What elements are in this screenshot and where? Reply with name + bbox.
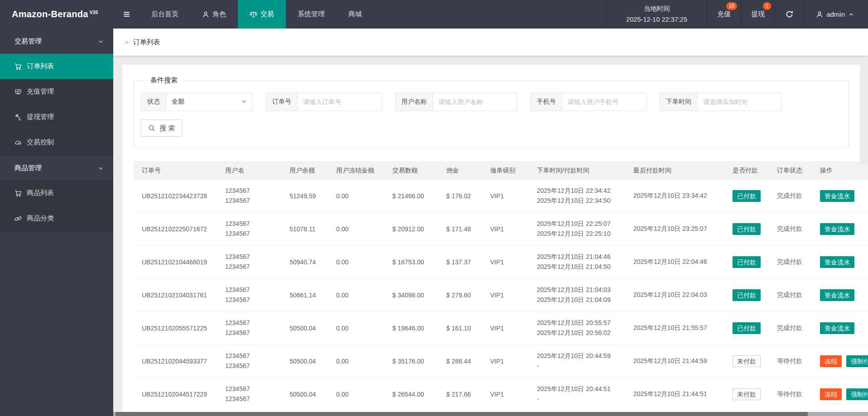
sidebar-group-label: 交易管理 xyxy=(14,37,42,46)
fund-flow-button[interactable]: 资金流水 xyxy=(820,190,854,202)
order-time-filter-group: 下单时间 xyxy=(660,93,782,111)
status-filter-group: 状态 全部 xyxy=(141,93,253,111)
cell-trade-amount: $ 21466.00 xyxy=(392,192,446,200)
cell-order-no: UB2512102234423728 xyxy=(134,192,225,200)
nav-item-trade[interactable]: 交易 xyxy=(238,0,286,29)
sidebar-item-label: 商品列表 xyxy=(27,189,54,197)
sidebar-group-product-management[interactable]: 商品管理 xyxy=(0,155,113,181)
dropdown-arrow-icon xyxy=(241,100,247,104)
sidebar-item-trade-control[interactable]: 交易控制 xyxy=(0,130,113,155)
fund-flow-button[interactable]: 资金流水 xyxy=(820,256,854,268)
brand-version: V20 xyxy=(90,10,98,15)
recharge-nav-button[interactable]: 充值 18 xyxy=(707,0,741,29)
breadcrumb-separator: » xyxy=(125,38,129,47)
cell-order-status: 完成付款 xyxy=(777,324,820,332)
table-header-row: 订单号 用户名 用户余额 用户冻结金额 交易数额 佣金 做单级别 下单时间/付款… xyxy=(134,161,868,180)
sidebar-item-withdraw-management[interactable]: 提现管理 xyxy=(0,105,113,130)
cell-commission: $ 161.10 xyxy=(446,325,490,332)
col-header-frozen: 用户冻结金额 xyxy=(336,167,392,175)
cell-order-no: UB2512102225071672 xyxy=(134,225,225,233)
cell-paid: 已付款 xyxy=(733,322,777,334)
nav-item-home[interactable]: 后台首页 xyxy=(140,0,190,29)
force-pay-button[interactable]: 强制付款 xyxy=(846,388,868,400)
username-filter-group: 用户名称 xyxy=(395,93,517,111)
pay-state-badge: 已付款 xyxy=(733,256,761,268)
username-line-1: 1234567 xyxy=(225,351,287,361)
col-header-actions: 操作 xyxy=(820,167,868,175)
pay-state-badge: 已付款 xyxy=(733,322,761,334)
cell-order-pay-time: 2025年12月10日 20:55:57 2025年12月10日 20:56:0… xyxy=(537,318,633,338)
pay-time-line: 2025年12月10日 22:34:50 xyxy=(537,196,631,206)
nav-item-roles[interactable]: 角色 xyxy=(190,0,238,29)
pay-time-line: 2025年12月10日 22:25:10 xyxy=(537,229,631,239)
brand-name: Amazon-Beranda xyxy=(12,9,88,19)
cell-actions: 冻结强制付款 xyxy=(820,388,868,400)
cell-paid: 已付款 xyxy=(733,256,777,268)
sidebar-item-label: 订单列表 xyxy=(27,62,54,71)
pay-state-badge: 已付款 xyxy=(733,190,761,202)
freeze-button[interactable]: 冻结 xyxy=(820,355,842,367)
user-menu-button[interactable]: admin xyxy=(804,0,868,29)
sidebar-toggle-button[interactable] xyxy=(113,0,140,29)
username-line-1: 1234567 xyxy=(225,219,287,229)
cell-frozen-amount: 0.00 xyxy=(336,192,392,200)
table-row: UB2512102104031761 1234567 1234567 50661… xyxy=(134,279,868,312)
pay-state-badge: 已付款 xyxy=(733,223,761,235)
sidebar-item-product-list[interactable]: 商品列表 xyxy=(0,181,113,206)
cart-icon xyxy=(14,190,22,197)
freeze-button[interactable]: 冻结 xyxy=(820,388,842,400)
sidebar-group-trade-management[interactable]: 交易管理 xyxy=(0,29,113,54)
cell-order-pay-time: 2025年12月10日 22:34:42 2025年12月10日 22:34:5… xyxy=(537,186,633,206)
table-row: UB2512102044593377 1234567 1234567 50500… xyxy=(134,345,868,378)
cell-frozen-amount: 0.00 xyxy=(336,358,392,365)
withdraw-count-badge: 1 xyxy=(763,2,771,10)
horizontal-scrollbar-thumb[interactable] xyxy=(116,412,808,416)
cell-username: 1234567 1234567 xyxy=(225,285,289,305)
username-line-2: 1234567 xyxy=(225,229,287,239)
refresh-icon xyxy=(785,10,794,19)
withdraw-label: 提现 xyxy=(751,10,765,19)
refresh-button[interactable] xyxy=(775,0,804,29)
username-input[interactable] xyxy=(433,93,517,110)
cell-order-no: UB2512102044593377 xyxy=(134,358,225,365)
cell-level: VIP1 xyxy=(490,225,537,233)
withdraw-nav-button[interactable]: 提现 1 xyxy=(741,0,775,29)
cell-trade-amount: $ 16753.00 xyxy=(392,258,446,266)
order-time-input[interactable] xyxy=(698,93,781,110)
phone-input[interactable] xyxy=(562,93,646,110)
fund-flow-button[interactable]: 资金流水 xyxy=(820,223,854,235)
fund-flow-button[interactable]: 资金流水 xyxy=(820,289,854,301)
breadcrumb: » 订单列表 xyxy=(113,29,868,56)
col-header-order-pay-time: 下单时间/付款时间 xyxy=(537,167,633,175)
username-line-1: 1234567 xyxy=(225,186,287,196)
billboard-icon xyxy=(14,88,22,96)
order-no-input[interactable] xyxy=(298,93,381,110)
cell-actions: 资金流水 xyxy=(820,223,868,235)
status-select[interactable]: 全部 xyxy=(166,93,252,110)
username-line-2: 1234567 xyxy=(225,295,287,305)
username-line-1: 1234567 xyxy=(225,252,287,262)
cell-order-no: UB2512102104031761 xyxy=(134,292,225,299)
sidebar-item-order-list[interactable]: 订单列表 xyxy=(0,54,113,79)
force-pay-button[interactable]: 强制付款 xyxy=(846,355,868,367)
sidebar-item-recharge-management[interactable]: 充值管理 xyxy=(0,79,113,105)
fund-flow-button[interactable]: 资金流水 xyxy=(820,322,854,334)
sidebar: 交易管理 订单列表 充值管理 提现管理 交易控制 商品管理 商品列表 xyxy=(0,29,113,416)
cell-order-no: UB2512102104466019 xyxy=(134,258,225,266)
cell-actions: 资金流水 xyxy=(820,322,868,334)
page-title: 订单列表 xyxy=(133,38,160,47)
main-content: 条件搜索 状态 全部 订单号 用户名称 xyxy=(113,56,868,416)
cell-order-status: 等待付款 xyxy=(777,390,820,398)
nav-item-mall[interactable]: 商城 xyxy=(337,0,374,29)
cell-frozen-amount: 0.00 xyxy=(336,258,392,266)
username-line-1: 1234567 xyxy=(225,285,287,295)
search-button[interactable]: 搜 索 xyxy=(141,120,182,137)
cell-username: 1234567 1234567 xyxy=(225,252,289,272)
recharge-count-badge: 18 xyxy=(726,2,737,10)
local-time-block: 当地时间 2025-12-10 22:37:25 xyxy=(606,0,707,29)
app-screen: Amazon-Beranda V20 后台首页 角色 交易 系统管理 商城 xyxy=(0,0,868,416)
sidebar-item-product-category[interactable]: 商品分类 xyxy=(0,206,113,231)
nav-item-system[interactable]: 系统管理 xyxy=(286,0,337,29)
order-time-label: 下单时间 xyxy=(660,93,698,110)
cell-balance: 50500.04 xyxy=(289,358,336,365)
